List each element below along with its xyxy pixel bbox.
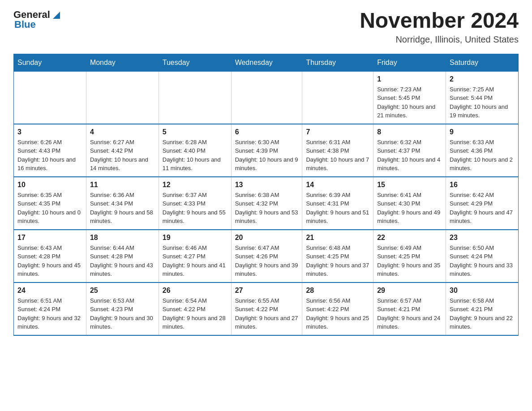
calendar-cell: 20Sunrise: 6:47 AMSunset: 4:26 PMDayligh… <box>231 230 302 283</box>
calendar-week-row: 17Sunrise: 6:43 AMSunset: 4:28 PMDayligh… <box>14 230 519 283</box>
calendar-cell: 18Sunrise: 6:44 AMSunset: 4:28 PMDayligh… <box>86 230 159 283</box>
calendar-cell: 29Sunrise: 6:57 AMSunset: 4:21 PMDayligh… <box>373 283 446 335</box>
calendar-cell: 8Sunrise: 6:32 AMSunset: 4:37 PMDaylight… <box>373 124 446 177</box>
day-number: 17 <box>17 234 82 242</box>
calendar-table: SundayMondayTuesdayWednesdayThursdayFrid… <box>13 54 519 336</box>
calendar-cell: 3Sunrise: 6:26 AMSunset: 4:43 PMDaylight… <box>14 124 86 177</box>
day-of-week-friday: Friday <box>373 54 446 71</box>
day-of-week-thursday: Thursday <box>302 54 373 71</box>
day-number: 25 <box>90 287 155 295</box>
calendar-week-row: 24Sunrise: 6:51 AMSunset: 4:24 PMDayligh… <box>14 283 519 335</box>
calendar-cell <box>86 71 159 124</box>
calendar-week-row: 3Sunrise: 6:26 AMSunset: 4:43 PMDaylight… <box>14 124 519 177</box>
day-info: Sunrise: 6:32 AMSunset: 4:37 PMDaylight:… <box>377 138 442 173</box>
day-info: Sunrise: 6:54 AMSunset: 4:22 PMDaylight:… <box>163 296 227 331</box>
calendar-week-row: 10Sunrise: 6:35 AMSunset: 4:35 PMDayligh… <box>14 177 519 230</box>
day-number: 14 <box>306 181 369 189</box>
day-of-week-sunday: Sunday <box>14 54 86 71</box>
calendar-cell: 11Sunrise: 6:36 AMSunset: 4:34 PMDayligh… <box>86 177 159 230</box>
calendar-cell: 19Sunrise: 6:46 AMSunset: 4:27 PMDayligh… <box>159 230 231 283</box>
day-info: Sunrise: 6:55 AMSunset: 4:22 PMDaylight:… <box>235 296 299 331</box>
day-number: 26 <box>163 287 227 295</box>
day-info: Sunrise: 6:42 AMSunset: 4:29 PMDaylight:… <box>450 191 515 226</box>
day-info: Sunrise: 6:36 AMSunset: 4:34 PMDaylight:… <box>90 191 155 226</box>
logo-blue-text: Blue <box>13 19 36 30</box>
day-info: Sunrise: 6:38 AMSunset: 4:32 PMDaylight:… <box>235 191 299 226</box>
day-number: 13 <box>235 181 299 189</box>
day-info: Sunrise: 6:47 AMSunset: 4:26 PMDaylight:… <box>235 244 299 278</box>
calendar-cell: 26Sunrise: 6:54 AMSunset: 4:22 PMDayligh… <box>159 283 231 335</box>
calendar-cell: 25Sunrise: 6:53 AMSunset: 4:23 PMDayligh… <box>86 283 159 335</box>
day-number: 15 <box>377 181 442 189</box>
day-info: Sunrise: 6:48 AMSunset: 4:25 PMDaylight:… <box>306 244 369 278</box>
logo: General Blue <box>13 9 61 30</box>
day-number: 5 <box>163 128 227 136</box>
day-of-week-tuesday: Tuesday <box>159 54 231 71</box>
day-info: Sunrise: 6:49 AMSunset: 4:25 PMDaylight:… <box>377 244 442 278</box>
calendar-cell: 23Sunrise: 6:50 AMSunset: 4:24 PMDayligh… <box>446 230 519 283</box>
day-number: 4 <box>90 128 155 136</box>
day-number: 28 <box>306 287 369 295</box>
calendar-cell: 2Sunrise: 7:25 AMSunset: 5:44 PMDaylight… <box>446 71 519 124</box>
calendar-cell <box>302 71 373 124</box>
day-number: 6 <box>235 128 299 136</box>
day-info: Sunrise: 6:56 AMSunset: 4:22 PMDaylight:… <box>306 296 369 331</box>
calendar-cell: 9Sunrise: 6:33 AMSunset: 4:36 PMDaylight… <box>446 124 519 177</box>
title-section: November 2024 Norridge, Illinois, United… <box>360 9 519 45</box>
day-number: 18 <box>90 234 155 242</box>
month-title: November 2024 <box>360 9 519 33</box>
day-info: Sunrise: 6:41 AMSunset: 4:30 PMDaylight:… <box>377 191 442 226</box>
day-info: Sunrise: 6:43 AMSunset: 4:28 PMDaylight:… <box>17 244 82 278</box>
day-info: Sunrise: 6:50 AMSunset: 4:24 PMDaylight:… <box>450 244 515 278</box>
day-info: Sunrise: 6:28 AMSunset: 4:40 PMDaylight:… <box>163 138 227 173</box>
day-info: Sunrise: 6:27 AMSunset: 4:42 PMDaylight:… <box>90 138 155 173</box>
page-header: General Blue November 2024 Norridge, Ill… <box>13 9 519 45</box>
day-number: 2 <box>450 75 515 83</box>
calendar-cell <box>14 71 86 124</box>
calendar-cell: 21Sunrise: 6:48 AMSunset: 4:25 PMDayligh… <box>302 230 373 283</box>
calendar-cell: 1Sunrise: 7:23 AMSunset: 5:45 PMDaylight… <box>373 71 446 124</box>
day-info: Sunrise: 7:23 AMSunset: 5:45 PMDaylight:… <box>377 85 442 120</box>
day-number: 16 <box>450 181 515 189</box>
day-number: 10 <box>17 181 82 189</box>
day-info: Sunrise: 6:39 AMSunset: 4:31 PMDaylight:… <box>306 191 369 226</box>
calendar-cell: 13Sunrise: 6:38 AMSunset: 4:32 PMDayligh… <box>231 177 302 230</box>
calendar-cell: 24Sunrise: 6:51 AMSunset: 4:24 PMDayligh… <box>14 283 86 335</box>
calendar-cell: 7Sunrise: 6:31 AMSunset: 4:38 PMDaylight… <box>302 124 373 177</box>
day-number: 27 <box>235 287 299 295</box>
calendar-week-row: 1Sunrise: 7:23 AMSunset: 5:45 PMDaylight… <box>14 71 519 124</box>
day-number: 21 <box>306 234 369 242</box>
logo-triangle-icon <box>52 11 61 20</box>
calendar-cell: 15Sunrise: 6:41 AMSunset: 4:30 PMDayligh… <box>373 177 446 230</box>
day-info: Sunrise: 6:37 AMSunset: 4:33 PMDaylight:… <box>163 191 227 226</box>
day-info: Sunrise: 6:44 AMSunset: 4:28 PMDaylight:… <box>90 244 155 278</box>
day-number: 20 <box>235 234 299 242</box>
day-info: Sunrise: 7:25 AMSunset: 5:44 PMDaylight:… <box>450 85 515 120</box>
day-info: Sunrise: 6:57 AMSunset: 4:21 PMDaylight:… <box>377 296 442 331</box>
day-info: Sunrise: 6:51 AMSunset: 4:24 PMDaylight:… <box>17 296 82 331</box>
day-of-week-monday: Monday <box>86 54 159 71</box>
day-number: 23 <box>450 234 515 242</box>
day-number: 9 <box>450 128 515 136</box>
calendar-cell: 27Sunrise: 6:55 AMSunset: 4:22 PMDayligh… <box>231 283 302 335</box>
calendar-cell: 16Sunrise: 6:42 AMSunset: 4:29 PMDayligh… <box>446 177 519 230</box>
calendar-cell <box>231 71 302 124</box>
calendar-body: 1Sunrise: 7:23 AMSunset: 5:45 PMDaylight… <box>14 71 519 335</box>
day-info: Sunrise: 6:30 AMSunset: 4:39 PMDaylight:… <box>235 138 299 173</box>
calendar-cell: 10Sunrise: 6:35 AMSunset: 4:35 PMDayligh… <box>14 177 86 230</box>
day-number: 30 <box>450 287 515 295</box>
day-of-week-saturday: Saturday <box>446 54 519 71</box>
day-info: Sunrise: 6:46 AMSunset: 4:27 PMDaylight:… <box>163 244 227 278</box>
day-number: 19 <box>163 234 227 242</box>
calendar-header: SundayMondayTuesdayWednesdayThursdayFrid… <box>14 54 519 71</box>
day-number: 11 <box>90 181 155 189</box>
svg-marker-0 <box>53 12 60 19</box>
day-number: 29 <box>377 287 442 295</box>
calendar-cell: 14Sunrise: 6:39 AMSunset: 4:31 PMDayligh… <box>302 177 373 230</box>
calendar-cell: 30Sunrise: 6:58 AMSunset: 4:21 PMDayligh… <box>446 283 519 335</box>
day-info: Sunrise: 6:33 AMSunset: 4:36 PMDaylight:… <box>450 138 515 173</box>
calendar-cell <box>159 71 231 124</box>
calendar-cell: 6Sunrise: 6:30 AMSunset: 4:39 PMDaylight… <box>231 124 302 177</box>
day-number: 8 <box>377 128 442 136</box>
day-number: 12 <box>163 181 227 189</box>
